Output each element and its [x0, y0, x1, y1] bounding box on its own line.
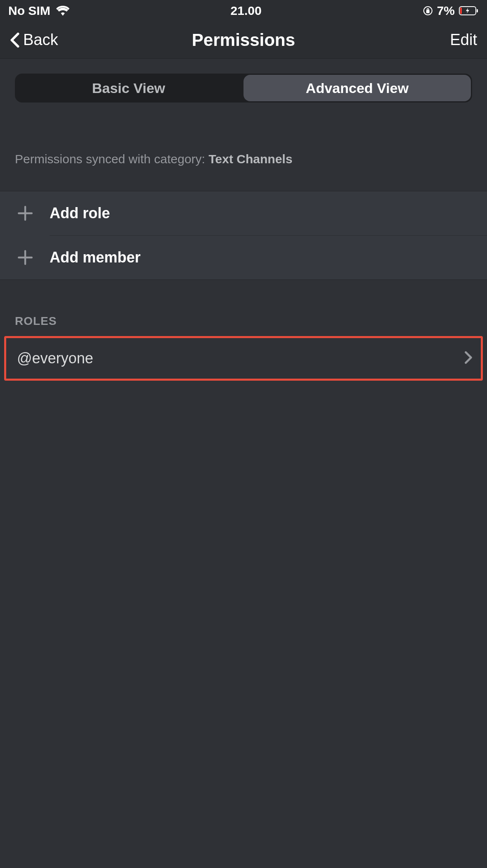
role-label: @everyone — [17, 350, 93, 367]
status-time: 21.00 — [231, 4, 262, 18]
edit-button[interactable]: Edit — [450, 31, 477, 49]
battery-charging-icon — [459, 6, 479, 16]
back-label: Back — [23, 31, 58, 49]
view-toggle: Basic View Advanced View — [0, 59, 487, 103]
sync-category: Text Channels — [209, 152, 293, 166]
chevron-left-icon — [10, 32, 20, 48]
battery-percent: 7% — [437, 4, 455, 18]
status-right: 7% — [423, 4, 479, 18]
sync-status: Permissions synced with category: Text C… — [0, 103, 487, 191]
add-role-button[interactable]: Add role — [0, 191, 487, 235]
rotation-lock-icon — [423, 6, 433, 16]
sync-prefix: Permissions synced with category: — [15, 152, 209, 166]
back-button[interactable]: Back — [10, 31, 58, 49]
chevron-right-icon — [464, 351, 473, 366]
role-everyone[interactable]: @everyone — [4, 336, 483, 381]
add-role-label: Add role — [50, 205, 110, 222]
roles-header: ROLES — [0, 280, 487, 336]
action-list: Add role Add member — [0, 191, 487, 280]
plus-icon — [17, 205, 34, 222]
wifi-icon — [56, 6, 69, 16]
svg-rect-1 — [427, 10, 429, 13]
tab-basic-view[interactable]: Basic View — [15, 74, 242, 103]
status-left: No SIM — [8, 4, 69, 18]
status-bar: No SIM 21.00 7% — [0, 0, 487, 21]
nav-bar: Back Permissions Edit — [0, 21, 487, 59]
svg-rect-3 — [460, 7, 462, 14]
add-member-button[interactable]: Add member — [0, 236, 487, 279]
tab-advanced-view[interactable]: Advanced View — [244, 75, 471, 101]
sim-status: No SIM — [8, 4, 50, 18]
svg-rect-4 — [477, 9, 478, 12]
plus-icon — [17, 249, 34, 266]
add-member-label: Add member — [50, 249, 141, 266]
page-title: Permissions — [192, 30, 295, 50]
content: Basic View Advanced View Permissions syn… — [0, 59, 487, 868]
